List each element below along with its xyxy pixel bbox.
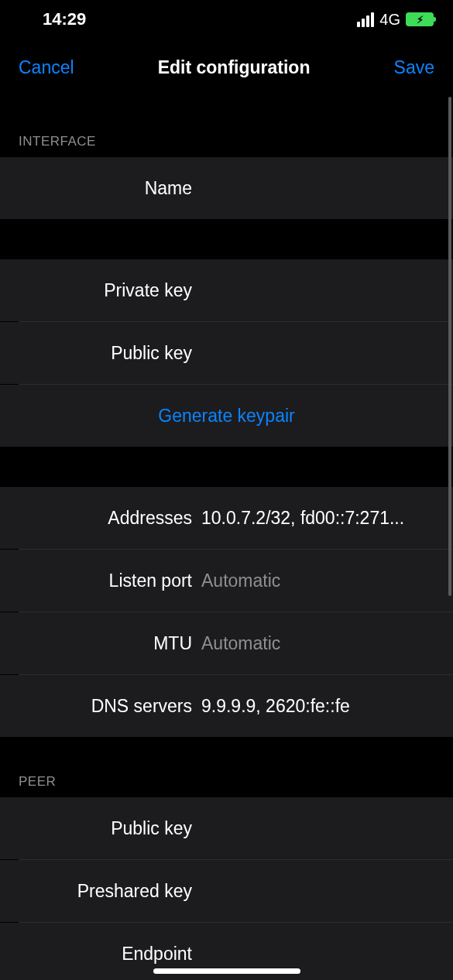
label-listen-port: Listen port xyxy=(0,571,201,591)
label-addresses: Addresses xyxy=(0,508,201,529)
home-indicator[interactable] xyxy=(153,968,300,974)
row-peer-public-key[interactable]: Public key xyxy=(0,797,453,859)
row-listen-port[interactable]: Listen port xyxy=(0,550,453,612)
status-bar: 14:29 4G ⚡︎ xyxy=(0,0,453,39)
nav-bar: Cancel Edit configuration Save xyxy=(0,39,453,97)
content-scroll[interactable]: Interface Name Private key Public key Ge… xyxy=(0,97,453,980)
network-label: 4G xyxy=(379,11,400,29)
input-dns[interactable] xyxy=(201,696,438,717)
save-button[interactable]: Save xyxy=(394,57,434,78)
input-preshared-key[interactable] xyxy=(201,881,438,902)
row-mtu[interactable]: MTU xyxy=(0,612,453,674)
input-mtu[interactable] xyxy=(201,633,438,654)
input-public-key[interactable] xyxy=(201,343,438,364)
row-public-key[interactable]: Public key xyxy=(0,322,453,384)
row-addresses[interactable]: Addresses xyxy=(0,487,453,549)
battery-icon: ⚡︎ xyxy=(406,12,434,26)
cancel-button[interactable]: Cancel xyxy=(19,57,74,78)
charging-icon: ⚡︎ xyxy=(417,15,424,25)
row-name[interactable]: Name xyxy=(0,157,453,219)
input-endpoint[interactable] xyxy=(201,944,438,965)
label-mtu: MTU xyxy=(0,633,201,654)
signal-icon xyxy=(357,12,374,27)
input-listen-port[interactable] xyxy=(201,571,438,591)
label-endpoint: Endpoint xyxy=(0,944,201,965)
label-peer-public-key: Public key xyxy=(0,818,201,839)
page-title: Edit configuration xyxy=(158,57,311,78)
label-public-key: Public key xyxy=(0,343,201,364)
row-dns[interactable]: DNS servers xyxy=(0,675,453,737)
label-name: Name xyxy=(0,178,201,199)
row-private-key[interactable]: Private key xyxy=(0,259,453,321)
generate-keypair-button[interactable]: Generate keypair xyxy=(0,385,453,447)
status-time: 14:29 xyxy=(43,9,86,29)
section-header-peer: Peer xyxy=(0,737,453,797)
status-right: 4G ⚡︎ xyxy=(357,11,434,29)
input-addresses[interactable] xyxy=(201,508,438,529)
input-name[interactable] xyxy=(201,178,438,199)
input-peer-public-key[interactable] xyxy=(201,818,438,839)
row-preshared-key[interactable]: Preshared key xyxy=(0,860,453,922)
input-private-key[interactable] xyxy=(201,280,438,301)
section-header-interface: Interface xyxy=(0,97,453,157)
label-dns: DNS servers xyxy=(0,696,201,717)
label-preshared-key: Preshared key xyxy=(0,881,201,902)
label-private-key: Private key xyxy=(0,280,201,301)
scrollbar[interactable] xyxy=(448,97,451,596)
